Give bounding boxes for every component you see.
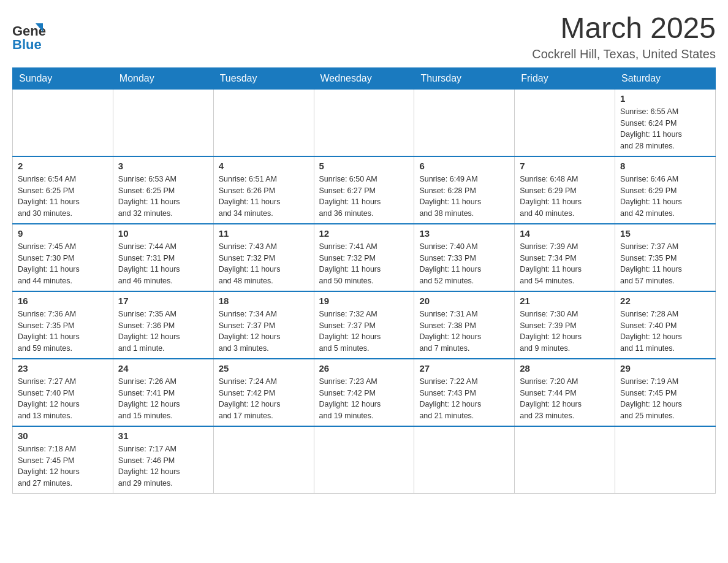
day-number: 2 bbox=[18, 161, 108, 171]
table-row: 30Sunrise: 7:18 AMSunset: 7:45 PMDayligh… bbox=[13, 426, 113, 494]
day-info: Sunrise: 6:50 AMSunset: 6:27 PMDaylight:… bbox=[319, 174, 409, 220]
day-number: 21 bbox=[520, 296, 610, 306]
day-info: Sunrise: 7:41 AMSunset: 7:32 PMDaylight:… bbox=[319, 241, 409, 287]
title-section: March 2025 Cockrell Hill, Texas, United … bbox=[532, 12, 716, 61]
day-info: Sunrise: 7:18 AMSunset: 7:45 PMDaylight:… bbox=[18, 443, 108, 489]
day-info: Sunrise: 7:19 AMSunset: 7:45 PMDaylight:… bbox=[620, 376, 710, 422]
day-number: 15 bbox=[620, 228, 710, 239]
table-row: 4Sunrise: 6:51 AMSunset: 6:26 PMDaylight… bbox=[213, 156, 314, 224]
calendar-week-row: 30Sunrise: 7:18 AMSunset: 7:45 PMDayligh… bbox=[13, 426, 716, 494]
day-number: 29 bbox=[620, 363, 710, 373]
day-number: 23 bbox=[18, 363, 108, 373]
table-row: 9Sunrise: 7:45 AMSunset: 7:30 PMDaylight… bbox=[13, 224, 113, 291]
table-row: 2Sunrise: 6:54 AMSunset: 6:25 PMDaylight… bbox=[13, 156, 113, 224]
day-number: 27 bbox=[419, 363, 509, 373]
table-row: 12Sunrise: 7:41 AMSunset: 7:32 PMDayligh… bbox=[314, 224, 414, 291]
day-number: 6 bbox=[419, 161, 509, 171]
table-row bbox=[13, 89, 113, 156]
calendar-week-row: 16Sunrise: 7:36 AMSunset: 7:35 PMDayligh… bbox=[13, 291, 716, 359]
day-number: 18 bbox=[219, 296, 309, 306]
day-info: Sunrise: 6:48 AMSunset: 6:29 PMDaylight:… bbox=[520, 174, 610, 220]
table-row bbox=[314, 426, 414, 494]
table-row: 19Sunrise: 7:32 AMSunset: 7:37 PMDayligh… bbox=[314, 291, 414, 359]
table-row: 29Sunrise: 7:19 AMSunset: 7:45 PMDayligh… bbox=[615, 359, 716, 426]
day-info: Sunrise: 7:27 AMSunset: 7:40 PMDaylight:… bbox=[18, 376, 108, 422]
calendar-table: Sunday Monday Tuesday Wednesday Thursday… bbox=[12, 67, 716, 494]
logo-icon: General Blue bbox=[12, 18, 46, 52]
day-info: Sunrise: 7:45 AMSunset: 7:30 PMDaylight:… bbox=[18, 241, 108, 287]
day-info: Sunrise: 7:32 AMSunset: 7:37 PMDaylight:… bbox=[319, 308, 409, 354]
header-sunday: Sunday bbox=[13, 67, 113, 89]
table-row bbox=[213, 426, 314, 494]
day-info: Sunrise: 7:37 AMSunset: 7:35 PMDaylight:… bbox=[620, 241, 710, 287]
table-row bbox=[314, 89, 414, 156]
table-row: 23Sunrise: 7:27 AMSunset: 7:40 PMDayligh… bbox=[13, 359, 113, 426]
header-wednesday: Wednesday bbox=[314, 67, 414, 89]
svg-text:Blue: Blue bbox=[12, 37, 42, 52]
table-row bbox=[113, 89, 213, 156]
table-row: 10Sunrise: 7:44 AMSunset: 7:31 PMDayligh… bbox=[113, 224, 213, 291]
day-number: 11 bbox=[219, 228, 309, 239]
location: Cockrell Hill, Texas, United States bbox=[532, 47, 716, 61]
day-number: 28 bbox=[520, 363, 610, 373]
table-row: 21Sunrise: 7:30 AMSunset: 7:39 PMDayligh… bbox=[515, 291, 615, 359]
table-row: 11Sunrise: 7:43 AMSunset: 7:32 PMDayligh… bbox=[213, 224, 314, 291]
day-number: 12 bbox=[319, 228, 409, 239]
day-number: 7 bbox=[520, 161, 610, 171]
day-number: 19 bbox=[319, 296, 409, 306]
day-info: Sunrise: 7:22 AMSunset: 7:43 PMDaylight:… bbox=[419, 376, 509, 422]
day-info: Sunrise: 7:17 AMSunset: 7:46 PMDaylight:… bbox=[118, 443, 208, 489]
header-tuesday: Tuesday bbox=[213, 67, 314, 89]
day-info: Sunrise: 7:40 AMSunset: 7:33 PMDaylight:… bbox=[419, 241, 509, 287]
day-number: 26 bbox=[319, 363, 409, 373]
table-row: 13Sunrise: 7:40 AMSunset: 7:33 PMDayligh… bbox=[414, 224, 515, 291]
table-row: 3Sunrise: 6:53 AMSunset: 6:25 PMDaylight… bbox=[113, 156, 213, 224]
table-row bbox=[515, 426, 615, 494]
day-info: Sunrise: 7:20 AMSunset: 7:44 PMDaylight:… bbox=[520, 376, 610, 422]
day-info: Sunrise: 7:24 AMSunset: 7:42 PMDaylight:… bbox=[219, 376, 309, 422]
day-info: Sunrise: 6:54 AMSunset: 6:25 PMDaylight:… bbox=[18, 174, 108, 220]
table-row: 22Sunrise: 7:28 AMSunset: 7:40 PMDayligh… bbox=[615, 291, 716, 359]
day-number: 25 bbox=[219, 363, 309, 373]
logo: General Blue bbox=[12, 18, 46, 52]
day-info: Sunrise: 6:49 AMSunset: 6:28 PMDaylight:… bbox=[419, 174, 509, 220]
day-info: Sunrise: 7:26 AMSunset: 7:41 PMDaylight:… bbox=[118, 376, 208, 422]
day-number: 8 bbox=[620, 161, 710, 171]
calendar-week-row: 2Sunrise: 6:54 AMSunset: 6:25 PMDaylight… bbox=[13, 156, 716, 224]
table-row: 8Sunrise: 6:46 AMSunset: 6:29 PMDaylight… bbox=[615, 156, 716, 224]
calendar-week-row: 23Sunrise: 7:27 AMSunset: 7:40 PMDayligh… bbox=[13, 359, 716, 426]
day-number: 10 bbox=[118, 228, 208, 239]
day-info: Sunrise: 7:44 AMSunset: 7:31 PMDaylight:… bbox=[118, 241, 208, 287]
table-row: 31Sunrise: 7:17 AMSunset: 7:46 PMDayligh… bbox=[113, 426, 213, 494]
day-number: 17 bbox=[118, 296, 208, 306]
day-info: Sunrise: 6:55 AMSunset: 6:24 PMDaylight:… bbox=[620, 106, 710, 152]
day-number: 20 bbox=[419, 296, 509, 306]
day-number: 24 bbox=[118, 363, 208, 373]
day-info: Sunrise: 6:51 AMSunset: 6:26 PMDaylight:… bbox=[219, 174, 309, 220]
day-info: Sunrise: 7:35 AMSunset: 7:36 PMDaylight:… bbox=[118, 308, 208, 354]
table-row: 17Sunrise: 7:35 AMSunset: 7:36 PMDayligh… bbox=[113, 291, 213, 359]
table-row bbox=[414, 426, 515, 494]
table-row: 18Sunrise: 7:34 AMSunset: 7:37 PMDayligh… bbox=[213, 291, 314, 359]
table-row: 28Sunrise: 7:20 AMSunset: 7:44 PMDayligh… bbox=[515, 359, 615, 426]
weekday-header-row: Sunday Monday Tuesday Wednesday Thursday… bbox=[13, 67, 716, 89]
header-monday: Monday bbox=[113, 67, 213, 89]
table-row: 7Sunrise: 6:48 AMSunset: 6:29 PMDaylight… bbox=[515, 156, 615, 224]
day-info: Sunrise: 7:23 AMSunset: 7:42 PMDaylight:… bbox=[319, 376, 409, 422]
day-info: Sunrise: 6:46 AMSunset: 6:29 PMDaylight:… bbox=[620, 174, 710, 220]
table-row: 14Sunrise: 7:39 AMSunset: 7:34 PMDayligh… bbox=[515, 224, 615, 291]
calendar-week-row: 1Sunrise: 6:55 AMSunset: 6:24 PMDaylight… bbox=[13, 89, 716, 156]
table-row: 27Sunrise: 7:22 AMSunset: 7:43 PMDayligh… bbox=[414, 359, 515, 426]
day-number: 31 bbox=[118, 431, 208, 441]
day-info: Sunrise: 7:36 AMSunset: 7:35 PMDaylight:… bbox=[18, 308, 108, 354]
day-number: 22 bbox=[620, 296, 710, 306]
calendar-week-row: 9Sunrise: 7:45 AMSunset: 7:30 PMDaylight… bbox=[13, 224, 716, 291]
day-info: Sunrise: 7:28 AMSunset: 7:40 PMDaylight:… bbox=[620, 308, 710, 354]
table-row bbox=[213, 89, 314, 156]
day-number: 13 bbox=[419, 228, 509, 239]
day-info: Sunrise: 7:39 AMSunset: 7:34 PMDaylight:… bbox=[520, 241, 610, 287]
day-number: 5 bbox=[319, 161, 409, 171]
day-info: Sunrise: 7:34 AMSunset: 7:37 PMDaylight:… bbox=[219, 308, 309, 354]
day-number: 14 bbox=[520, 228, 610, 239]
table-row: 26Sunrise: 7:23 AMSunset: 7:42 PMDayligh… bbox=[314, 359, 414, 426]
